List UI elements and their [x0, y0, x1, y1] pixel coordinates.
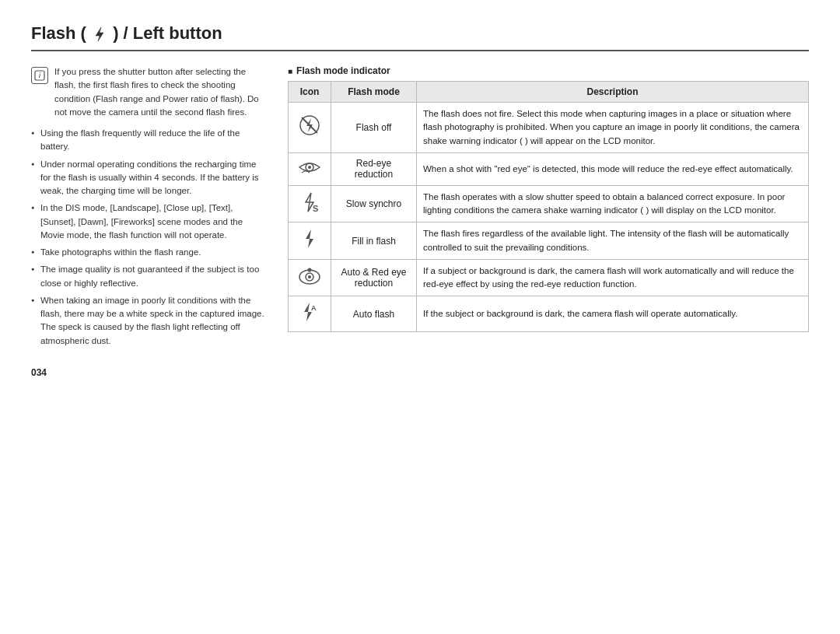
- svg-marker-0: [96, 27, 103, 41]
- table-row: Auto & Red eye reduction If a subject or…: [289, 259, 809, 296]
- svg-point-13: [308, 275, 311, 278]
- pencil-icon: i: [34, 70, 45, 81]
- list-item: The image quality is not guaranteed if t…: [31, 263, 264, 290]
- table-row: Fill in flash The flash fires regardless…: [289, 222, 809, 260]
- note-text: If you press the shutter button after se…: [54, 65, 264, 119]
- svg-text:i: i: [39, 72, 41, 79]
- svg-marker-10: [306, 229, 313, 248]
- list-item: Take photographs within the flash range.: [31, 246, 264, 259]
- icon-cell-redeye: [289, 152, 331, 185]
- list-item: Under normal operating conditions the re…: [31, 158, 264, 198]
- list-item: When taking an image in poorly lit condi…: [31, 294, 264, 348]
- col-description: Description: [417, 82, 809, 103]
- svg-point-14: [308, 268, 312, 271]
- auto-redeye-icon: [298, 266, 321, 286]
- table-row: Flash off The flash does not fire. Selec…: [289, 103, 809, 153]
- red-eye-icon: [298, 158, 321, 177]
- note-icon: i: [31, 67, 48, 84]
- right-column: Flash mode indicator Icon Flash mode Des…: [288, 65, 809, 352]
- icon-cell-slow: S: [289, 185, 331, 222]
- table-row: A Auto flash If the subject or backgroun…: [289, 296, 809, 332]
- list-item: In the DIS mode, [Landscape], [Close up]…: [31, 201, 264, 242]
- slow-synchro-icon: S: [299, 191, 320, 213]
- svg-text:S: S: [313, 204, 318, 213]
- table-row: Red-eye reduction When a shot with "red …: [289, 152, 809, 185]
- page-title: Flash ( ) / Left button: [31, 23, 809, 51]
- flash-icon: [91, 26, 108, 43]
- indicator-label: Flash mode indicator: [288, 65, 809, 76]
- bullet-list: Using the flash frequently will reduce t…: [31, 127, 264, 348]
- page-number: 034: [31, 367, 809, 378]
- svg-line-5: [302, 117, 317, 133]
- left-column: i If you press the shutter button after …: [31, 65, 264, 352]
- desc-auto: If the subject or background is dark, th…: [417, 296, 809, 332]
- icon-cell-auto-redeye: [289, 259, 331, 296]
- desc-redeye: When a shot with "red eye" is detected, …: [417, 152, 809, 185]
- svg-text:A: A: [311, 304, 317, 312]
- svg-point-7: [308, 166, 311, 169]
- mode-slow: Slow synchro: [331, 185, 417, 222]
- table-row: S Slow synchro The flash operates with a…: [289, 185, 809, 222]
- icon-cell-flash-off: [289, 103, 331, 153]
- desc-fill: The flash fires regardless of the availa…: [417, 222, 809, 260]
- fill-flash-icon: [299, 228, 320, 250]
- auto-flash-icon: A: [297, 301, 322, 323]
- mode-fill: Fill in flash: [331, 222, 417, 260]
- col-icon: Icon: [289, 82, 331, 103]
- mode-redeye: Red-eye reduction: [331, 152, 417, 185]
- mode-flash-off: Flash off: [331, 103, 417, 153]
- icon-cell-fill: [289, 222, 331, 260]
- desc-flash-off: The flash does not fire. Select this mod…: [417, 103, 809, 153]
- mode-auto-redeye: Auto & Red eye reduction: [331, 259, 417, 296]
- col-mode: Flash mode: [331, 82, 417, 103]
- mode-auto: Auto flash: [331, 296, 417, 332]
- list-item: Using the flash frequently will reduce t…: [31, 127, 264, 154]
- flash-off-icon: [299, 114, 320, 136]
- desc-slow: The flash operates with a slow shutter s…: [417, 185, 809, 222]
- desc-auto-redeye: If a subject or background is dark, the …: [417, 259, 809, 296]
- flash-table: Icon Flash mode Description Flash of: [288, 81, 809, 332]
- icon-cell-auto: A: [289, 296, 331, 332]
- note-box: i If you press the shutter button after …: [31, 65, 264, 119]
